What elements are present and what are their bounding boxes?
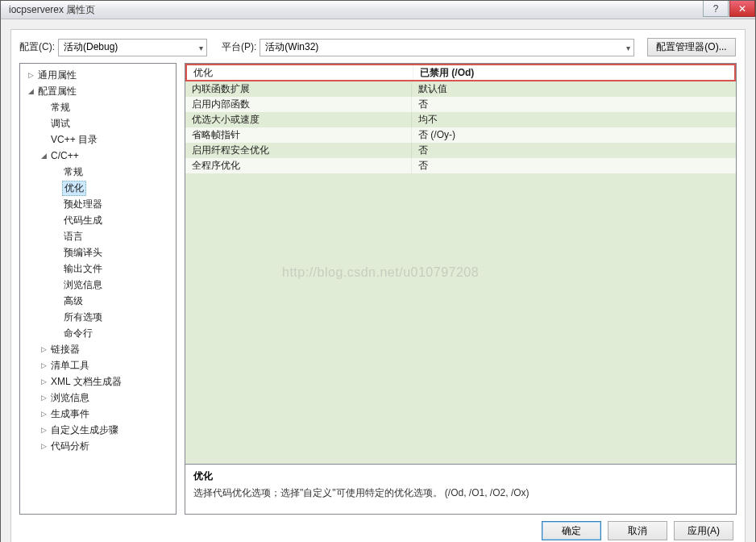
tree-item[interactable]: ▷XML 文档生成器 bbox=[22, 373, 174, 390]
grid-prop-value[interactable]: 均不 bbox=[411, 112, 736, 127]
tree-item-label: 预处理器 bbox=[62, 198, 104, 211]
tree-item[interactable]: 高级 bbox=[22, 293, 174, 309]
tree-arrow-icon: ▷ bbox=[38, 361, 49, 369]
tree-arrow-icon: ▷ bbox=[38, 442, 49, 450]
cancel-button[interactable]: 取消 bbox=[608, 521, 667, 540]
grid-prop-name: 全程序优化 bbox=[185, 158, 411, 173]
dialog-body: 配置(C): 活动(Debug) 平台(P): 活动(Win32) 配置管理器(… bbox=[1, 19, 755, 542]
grid-filler bbox=[185, 173, 736, 464]
tree-item[interactable]: ▷自定义生成步骤 bbox=[22, 422, 174, 438]
tree-item-label: 生成事件 bbox=[49, 407, 91, 421]
nav-tree[interactable]: ▷通用属性◢配置属性常规调试VC++ 目录◢C/C++常规优化预处理器代码生成语… bbox=[19, 63, 177, 515]
tree-item-label: 代码生成 bbox=[62, 214, 104, 227]
tree-arrow-icon: ▷ bbox=[25, 71, 36, 79]
tree-item-label: 语言 bbox=[62, 230, 85, 244]
grid-row[interactable]: 启用内部函数否 bbox=[185, 97, 736, 112]
grid-prop-name: 省略帧指针 bbox=[185, 127, 411, 143]
grid-row[interactable]: 内联函数扩展默认值 bbox=[185, 81, 736, 97]
platform-label: 平台(P): bbox=[222, 40, 256, 54]
tree-item[interactable]: 常规 bbox=[22, 99, 174, 115]
tree-item[interactable]: ◢C/C++ bbox=[22, 148, 174, 164]
tree-item[interactable]: ▷链接器 bbox=[22, 341, 174, 357]
description-text: 选择代码优化选项；选择"自定义"可使用特定的优化选项。 (/Od, /O1, /… bbox=[193, 486, 728, 500]
tree-item-label: 清单工具 bbox=[49, 359, 91, 373]
tree-item-label: 常规 bbox=[62, 165, 85, 179]
config-label: 配置(C): bbox=[19, 40, 55, 54]
tree-item-label: 常规 bbox=[49, 101, 72, 115]
tree-item[interactable]: 命令行 bbox=[22, 325, 174, 341]
tree-item[interactable]: 预处理器 bbox=[22, 196, 174, 212]
description-box: 优化 选择代码优化选项；选择"自定义"可使用特定的优化选项。 (/Od, /O1… bbox=[185, 465, 737, 515]
grid-row[interactable]: 优选大小或速度均不 bbox=[185, 112, 736, 127]
dialog-inner: 配置(C): 活动(Debug) 平台(P): 活动(Win32) 配置管理器(… bbox=[10, 29, 746, 542]
tree-item[interactable]: ▷通用属性 bbox=[22, 67, 174, 83]
tree-item[interactable]: 语言 bbox=[22, 228, 174, 244]
tree-arrow-icon: ▷ bbox=[38, 410, 49, 418]
grid-prop-value[interactable]: 否 bbox=[411, 97, 736, 112]
tree-item[interactable]: ▷代码分析 bbox=[22, 438, 174, 454]
right-pane: 优化已禁用 (/Od)内联函数扩展默认值启用内部函数否优选大小或速度均不省略帧指… bbox=[185, 63, 737, 515]
tree-item-label: 自定义生成步骤 bbox=[49, 423, 120, 437]
tree-item-label: 高级 bbox=[62, 294, 85, 308]
config-manager-button[interactable]: 配置管理器(O)... bbox=[647, 38, 735, 56]
grid-prop-name: 优选大小或速度 bbox=[185, 112, 411, 127]
tree-item[interactable]: 输出文件 bbox=[22, 261, 174, 277]
grid-row[interactable]: 优化已禁用 (/Od) bbox=[185, 64, 736, 81]
tree-item-label: C/C++ bbox=[49, 150, 81, 161]
tree-arrow-icon: ◢ bbox=[25, 87, 36, 95]
tree-item-label: 输出文件 bbox=[62, 262, 104, 276]
tree-item[interactable]: 所有选项 bbox=[22, 309, 174, 325]
grid-row[interactable]: 启用纤程安全优化否 bbox=[185, 143, 736, 158]
property-grid[interactable]: 优化已禁用 (/Od)内联函数扩展默认值启用内部函数否优选大小或速度均不省略帧指… bbox=[185, 63, 737, 465]
tree-item[interactable]: 优化 bbox=[22, 180, 174, 196]
grid-prop-value[interactable]: 否 bbox=[411, 143, 736, 158]
help-button[interactable]: ? bbox=[703, 1, 729, 17]
window-title: iocpserverex 属性页 bbox=[9, 3, 703, 17]
tree-item[interactable]: 代码生成 bbox=[22, 212, 174, 228]
tree-item-label: XML 文档生成器 bbox=[49, 375, 123, 389]
description-title: 优化 bbox=[193, 469, 728, 483]
dialog-window: iocpserverex 属性页 ? ✕ 配置(C): 活动(Debug) 平台… bbox=[0, 0, 756, 542]
tree-item-label: 浏览信息 bbox=[62, 278, 104, 292]
tree-item-label: 命令行 bbox=[62, 327, 94, 340]
tree-item-label: 代码分析 bbox=[49, 440, 91, 453]
tree-item[interactable]: 浏览信息 bbox=[22, 277, 174, 293]
close-button[interactable]: ✕ bbox=[729, 1, 755, 17]
tree-arrow-icon: ▷ bbox=[38, 377, 49, 386]
config-combo[interactable]: 活动(Debug) bbox=[58, 39, 207, 56]
tree-item[interactable]: ▷浏览信息 bbox=[22, 390, 174, 406]
tree-item[interactable]: ◢配置属性 bbox=[22, 83, 174, 99]
platform-combo[interactable]: 活动(Win32) bbox=[260, 39, 634, 56]
grid-prop-name: 优化 bbox=[187, 65, 413, 80]
button-row: 确定 取消 应用(A) bbox=[19, 515, 737, 540]
grid-prop-name: 启用内部函数 bbox=[185, 97, 411, 112]
grid-prop-name: 内联函数扩展 bbox=[185, 81, 411, 97]
tree-item-label: 通用属性 bbox=[36, 69, 78, 82]
tree-item[interactable]: 调试 bbox=[22, 115, 174, 131]
tree-item[interactable]: ▷清单工具 bbox=[22, 357, 174, 373]
tree-item[interactable]: 预编译头 bbox=[22, 244, 174, 261]
grid-prop-value[interactable]: 已禁用 (/Od) bbox=[413, 65, 734, 80]
grid-prop-value[interactable]: 否 bbox=[411, 158, 736, 173]
tree-item-label: 调试 bbox=[49, 117, 72, 131]
tree-item-label: VC++ 目录 bbox=[49, 133, 99, 147]
tree-item[interactable]: VC++ 目录 bbox=[22, 131, 174, 148]
window-buttons: ? ✕ bbox=[703, 1, 755, 19]
config-row: 配置(C): 活动(Debug) 平台(P): 活动(Win32) 配置管理器(… bbox=[19, 38, 737, 56]
tree-item-label: 所有选项 bbox=[62, 311, 104, 324]
ok-button[interactable]: 确定 bbox=[542, 521, 601, 540]
main-area: ▷通用属性◢配置属性常规调试VC++ 目录◢C/C++常规优化预处理器代码生成语… bbox=[19, 63, 737, 515]
tree-item[interactable]: ▷生成事件 bbox=[22, 406, 174, 422]
tree-arrow-icon: ◢ bbox=[38, 152, 49, 160]
tree-arrow-icon: ▷ bbox=[38, 345, 49, 353]
tree-item-label: 浏览信息 bbox=[49, 391, 91, 405]
tree-item[interactable]: 常规 bbox=[22, 164, 174, 180]
tree-item-label: 预编译头 bbox=[62, 246, 104, 260]
titlebar: iocpserverex 属性页 ? ✕ bbox=[1, 1, 755, 19]
apply-button[interactable]: 应用(A) bbox=[674, 521, 733, 540]
grid-row[interactable]: 省略帧指针否 (/Oy-) bbox=[185, 127, 736, 143]
grid-row[interactable]: 全程序优化否 bbox=[185, 158, 736, 173]
tree-item-label: 优化 bbox=[62, 181, 86, 196]
grid-prop-value[interactable]: 默认值 bbox=[411, 81, 736, 97]
grid-prop-value[interactable]: 否 (/Oy-) bbox=[411, 127, 736, 143]
